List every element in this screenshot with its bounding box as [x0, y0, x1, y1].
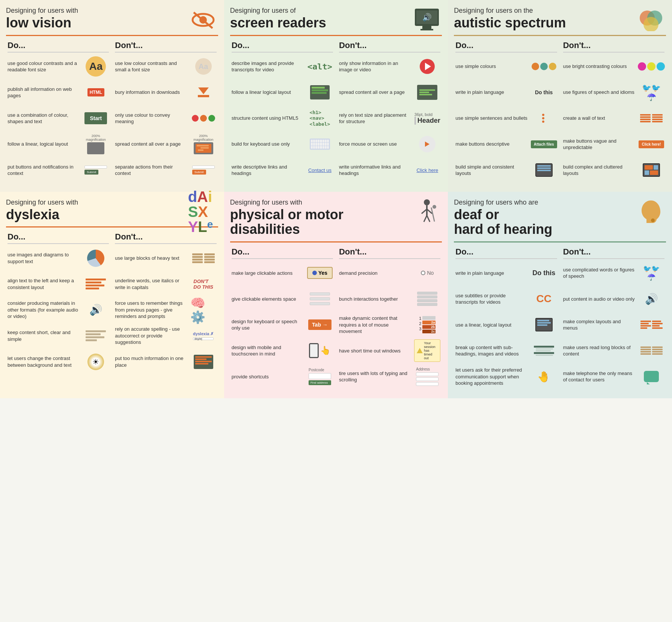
umbrella-icon: ☂️ [647, 92, 656, 101]
panel-icon-screen-readers: 🔊 [412, 7, 442, 33]
radio-unselected [421, 271, 425, 275]
text-block-line-4 [192, 261, 203, 263]
mo-do-3: design for keyboard or speech only use T… [232, 315, 333, 335]
brightness-visual: ☀ [87, 354, 104, 370]
align-line-1 [86, 279, 106, 280]
svg-line-12 [431, 208, 434, 221]
dy-do-3: consider producing materials in other fo… [8, 300, 109, 320]
mo-do-2: give clickable elements space [232, 289, 333, 309]
large-text-blocks-visual [192, 253, 215, 263]
dont-item-visual-2 [190, 82, 217, 103]
bullet-line-2 [542, 117, 545, 119]
sr-do-text-2: follow a linear logical layout [232, 89, 304, 96]
dy-dont-visual-3: 🧠⚙️ [190, 300, 217, 320]
panel-autistic: Designing for users on the autistic spec… [448, 0, 672, 192]
bright-pink [638, 62, 646, 71]
long-col-2 [652, 346, 663, 355]
mo-do-5: provide shortcuts Postcode Find address [232, 366, 333, 387]
chat-bubble-visual [644, 371, 659, 382]
click-here-visual: Click here [416, 167, 438, 173]
dy-dont-text-3: force users to remember things from prev… [115, 300, 187, 320]
do-item-3: use a combination of colour, shapes and … [8, 108, 109, 129]
dont-column-sr: Don't... only show information in an ima… [338, 41, 442, 186]
mo-do-text-3: design for keyboard or speech only use [232, 318, 304, 331]
au-dont-visual-5 [638, 160, 664, 181]
do-column-sr: Do... describe images and provide transc… [230, 41, 334, 186]
warning-triangle [417, 348, 423, 353]
no-radio-visual: No [421, 270, 434, 276]
dont-heading-au: Don't... [563, 41, 664, 53]
complex-line-8 [652, 327, 663, 329]
dont-column-dy: Don't... use large blocks of heavy text [113, 232, 218, 377]
birds-umbrella-visual: 🐦🐦 ☂️ [643, 265, 660, 281]
dyn-numbers: 1 2 3 [419, 316, 421, 331]
wall-line-4 [640, 121, 651, 122]
mo-dont-5: tire users with lots of typing and scrol… [339, 366, 440, 387]
bullet-dot-2 [542, 117, 544, 119]
do-column: Do... use good colour contrasts and a re… [6, 41, 110, 186]
wall-line-7 [652, 119, 663, 120]
do-item-visual-4: 200% magnification [83, 134, 109, 155]
dont-item-3: only use colour to convey meaning [115, 108, 216, 129]
download-base [198, 95, 209, 97]
au-dont-visual-3 [638, 108, 664, 129]
long-line-4 [640, 353, 651, 355]
session-text: Your session has timed out [424, 341, 438, 360]
panel-title-mo: physical or motor disabilities [230, 207, 412, 237]
monitor-screen: 🔊 [416, 11, 437, 24]
do-item-visual-1: Aa [83, 56, 109, 77]
au-do-1: use simple colours [455, 56, 557, 77]
align-line-2 [86, 282, 101, 283]
postcode-visual: Postcode Find address [309, 368, 331, 385]
dont-item-text-1: use low colour contrasts and small a fon… [115, 60, 187, 73]
dont-item-4: spread content all over a page 200% magn… [115, 134, 216, 155]
bullet-line-3 [542, 120, 545, 123]
sr-do-visual-4 [307, 134, 333, 155]
de-do-1: write in plain language Do this [455, 263, 557, 283]
dont-column-au: Don't... use bright contrasting colours … [562, 41, 666, 186]
de-dont-visual-5 [638, 366, 664, 387]
dot-green [208, 115, 215, 122]
au-dont-visual-4: Click here! [638, 134, 664, 155]
sr-do-text-5: write descriptive links and headings [232, 164, 304, 177]
dy-do-text-1: use images and diagrams to support text [8, 252, 80, 265]
de-dont-1: use complicated words or figures of spee… [563, 263, 664, 283]
panel-title: low vision [6, 15, 78, 30]
svg-line-11 [427, 215, 430, 222]
complex-line-2 [640, 323, 649, 324]
panel-subtitle-au: Designing for users on the [454, 7, 566, 15]
yes-btn-visual: Yes [307, 267, 333, 279]
sub-header-1 [534, 346, 554, 348]
panel-divider-mo [230, 241, 442, 242]
do-item-visual-3: Start [83, 108, 109, 129]
bullet-dot-3 [542, 120, 544, 123]
play-btn-visual [420, 59, 435, 74]
dyn-row-3: 2b [422, 325, 435, 329]
dy-do-1: use images and diagrams to support text [8, 248, 109, 268]
download-visual [198, 87, 209, 97]
sr-dont-text-1: only show information in an image or vid… [339, 60, 411, 73]
align-lines-visual [86, 279, 106, 289]
panel-title-section-dy: Designing for users with dyslexia [6, 199, 78, 225]
dont-column-de: Don't... use complicated words or figure… [562, 247, 666, 392]
sr-do-text-4: build for keyboard use only [232, 141, 304, 148]
long-line-8 [652, 353, 663, 355]
complex-layout-visual [640, 321, 663, 329]
panel-header-dyslexia: Designing for users with dyslexia dAiS X… [6, 199, 218, 225]
align-line-4 [86, 288, 99, 289]
cursor-orange [425, 142, 429, 147]
panel-divider-de [454, 241, 666, 242]
text-block-line-1 [192, 253, 203, 255]
sr-do-text-3: structure content using HTML5 [232, 115, 304, 122]
monitor-info-line-2 [195, 358, 207, 360]
bunch-el-4 [417, 303, 437, 306]
dy-dont-visual-1 [190, 248, 217, 268]
svg-point-13 [432, 205, 436, 209]
dy-dont-1: use large blocks of heavy text [115, 248, 216, 268]
de-do-text-3: use a linear, logical layout [455, 322, 527, 328]
cursor-circle-visual [419, 136, 435, 152]
radio-selected [312, 271, 317, 275]
de-do-visual-1: Do this [531, 263, 557, 283]
complex-col-1 [640, 321, 651, 329]
panel-subtitle-dy: Designing for users with [6, 199, 78, 206]
